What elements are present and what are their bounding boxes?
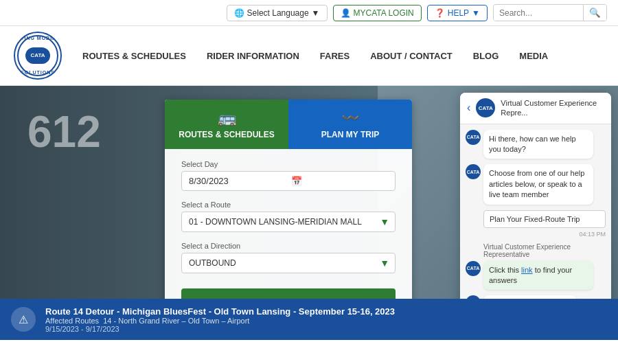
route-select-row: 01 - DOWNTOWN LANSING-MERIDIAN MALL 02 -… (181, 212, 396, 232)
nav-blog[interactable]: BLOG (473, 48, 499, 64)
search-button[interactable]: 🔍 (583, 5, 606, 21)
chat-message-1: CATA Hi there, how can we help you today… (466, 130, 606, 159)
banner-routes: 14 - North Grand River – Old Town – Airp… (103, 317, 249, 325)
chat-message-3: CATA Click this link to find your answer… (466, 261, 606, 291)
chat-message-2: CATA Choose from one of our help article… (466, 164, 606, 204)
bottom-banner: ⚠ Route 14 Detour - Michigan BluesFest -… (0, 299, 618, 340)
date-row: 8/30/2023 📅 (181, 171, 396, 191)
bus-number: 612 (27, 106, 101, 157)
search-box: 🔍 (493, 4, 607, 21)
alert-icon: ⚠ (11, 307, 36, 332)
route-label: Select a Route (181, 201, 396, 209)
site-header: DRIVING MOBILITY CATA SOLUTIONS ROUTES &… (0, 26, 618, 86)
language-chevron: ▼ (312, 8, 320, 18)
direction-label: Select a Direction (181, 242, 396, 250)
logo: DRIVING MOBILITY CATA SOLUTIONS (14, 32, 62, 80)
top-bar: 🌐 Select Language ▼ 👤 MYCATA LOGIN ❓ HEL… (0, 0, 618, 26)
nav-routes[interactable]: ROUTES & SCHEDULES (82, 48, 186, 64)
banner-dates: 9/15/2023 - 9/17/2023 (45, 325, 395, 333)
language-label: Select Language (247, 8, 309, 18)
route-panel: 🚌 ROUTES & SCHEDULES 〰️ PLAN MY TRIP Sel… (165, 100, 412, 329)
route-field-group: Select a Route 01 - DOWNTOWN LANSING-MER… (181, 201, 396, 232)
banner-text-group: Route 14 Detour - Michigan BluesFest - O… (45, 306, 395, 333)
date-value: 8/30/2023 (189, 176, 286, 186)
nav-fares[interactable]: FARES (320, 48, 350, 64)
person-icon: 👤 (341, 8, 351, 18)
route-select[interactable]: 01 - DOWNTOWN LANSING-MERIDIAN MALL 02 -… (182, 212, 395, 231)
tab1-label: ROUTES & SCHEDULES (179, 130, 274, 139)
chat-agent-label: Virtual Customer Experience Representati… (483, 243, 606, 258)
tab2-label: PLAN MY TRIP (321, 130, 379, 139)
banner-affected-label: Affected Routes (45, 317, 99, 325)
direction-select-row: OUTBOUND INBOUND ▼ (181, 253, 396, 273)
help-button[interactable]: ❓ HELP ▼ (427, 5, 488, 21)
trip-icon: 〰️ (341, 109, 360, 127)
logo-text-top: DRIVING MOBILITY (14, 36, 62, 41)
chat-time-1: 04:13 PM (483, 231, 606, 238)
chat-option-group: Plan Your Fixed-Route Trip 04:13 PM (483, 210, 606, 238)
language-select[interactable]: 🌐 Select Language ▼ (227, 5, 328, 21)
chat-bubble-2: Choose from one of our help articles bel… (483, 164, 593, 204)
nav-media[interactable]: MEDIA (519, 48, 548, 64)
nav-about[interactable]: ABOUT / CONTACT (370, 48, 453, 64)
chat-bot-avatar-2: CATA (466, 164, 481, 179)
google-icon: 🌐 (234, 8, 244, 18)
logo-text-bottom: SOLUTIONS (21, 70, 55, 76)
login-button[interactable]: 👤 MYCATA LOGIN (333, 5, 422, 21)
panel-tabs: 🚌 ROUTES & SCHEDULES 〰️ PLAN MY TRIP (165, 100, 412, 149)
chat-bubble-3: Click this link to find your answers (483, 261, 593, 291)
search-input[interactable] (494, 5, 583, 21)
calendar-icon[interactable]: 📅 (291, 176, 388, 186)
chat-header: ‹ CATA Virtual Customer Experience Repre… (460, 93, 611, 124)
tab-plan-trip[interactable]: 〰️ PLAN MY TRIP (288, 100, 412, 149)
direction-select[interactable]: OUTBOUND INBOUND (182, 253, 395, 273)
chat-bot-avatar-3: CATA (466, 261, 481, 276)
date-field-group: Select Day 8/30/2023 📅 (181, 160, 396, 191)
chat-bubble-1: Hi there, how can we help you today? (483, 130, 593, 159)
date-label: Select Day (181, 160, 396, 168)
banner-title: Route 14 Detour - Michigan BluesFest - O… (45, 306, 395, 317)
chat-title: Virtual Customer Experience Repre... (501, 98, 604, 118)
chat-link[interactable]: link (521, 266, 533, 274)
help-icon: ❓ (435, 8, 445, 18)
tab-routes-schedules[interactable]: 🚌 ROUTES & SCHEDULES (165, 100, 288, 149)
chat-msg3-before: Click this (489, 266, 521, 274)
chat-avatar: CATA (476, 98, 495, 117)
login-label: MYCATA LOGIN (354, 8, 414, 18)
help-label: HELP (448, 8, 469, 18)
chat-option-1[interactable]: Plan Your Fixed-Route Trip (483, 210, 606, 228)
main-nav: ROUTES & SCHEDULES RIDER INFORMATION FAR… (82, 48, 548, 64)
chat-bot-avatar-1: CATA (466, 130, 481, 145)
routes-icon: 🚌 (218, 109, 236, 127)
hero-section: 612 🚌 ROUTES & SCHEDULES 〰️ PLAN MY TRIP… (0, 86, 618, 340)
banner-affected: Affected Routes 14 - North Grand River –… (45, 317, 395, 325)
nav-rider[interactable]: RIDER INFORMATION (207, 48, 299, 64)
direction-field-group: Select a Direction OUTBOUND INBOUND ▼ (181, 242, 396, 273)
chat-back-icon[interactable]: ‹ (467, 102, 470, 114)
help-chevron: ▼ (472, 8, 480, 18)
